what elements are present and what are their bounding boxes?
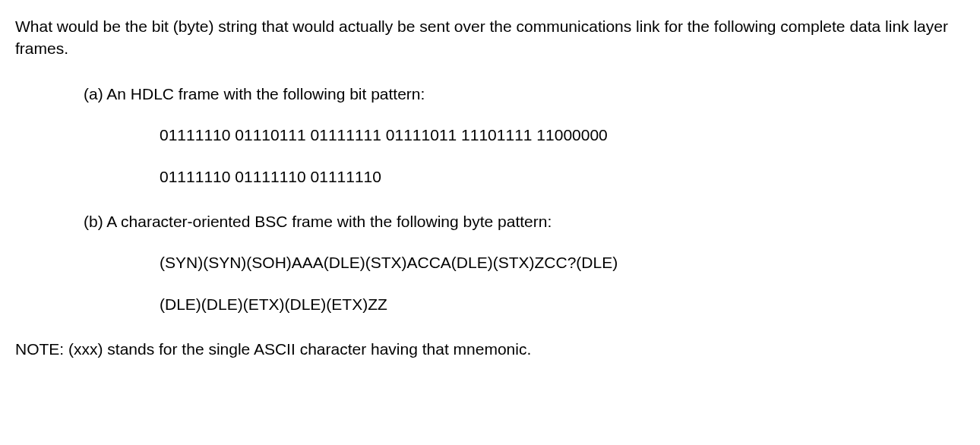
part-b-bytes-line1: (SYN)(SYN)(SOH)AAA(DLE)(STX)ACCA(DLE)(ST…	[160, 251, 965, 273]
question-intro: What would be the bit (byte) string that…	[15, 15, 965, 60]
part-a-bits-line1: 01111110 01110111 01111111 01111011 1110…	[160, 124, 965, 146]
part-a: (a) An HDLC frame with the following bit…	[84, 83, 965, 188]
part-b: (b) A character-oriented BSC frame with …	[84, 210, 965, 315]
part-b-bytes-line2: (DLE)(DLE)(ETX)(DLE)(ETX)ZZ	[160, 293, 965, 315]
part-a-label: (a) An HDLC frame with the following bit…	[84, 83, 965, 105]
part-b-label: (b) A character-oriented BSC frame with …	[84, 210, 965, 232]
part-a-bits-line2: 01111110 01111110 01111110	[160, 166, 965, 188]
note-text: NOTE: (xxx) stands for the single ASCII …	[15, 338, 965, 360]
